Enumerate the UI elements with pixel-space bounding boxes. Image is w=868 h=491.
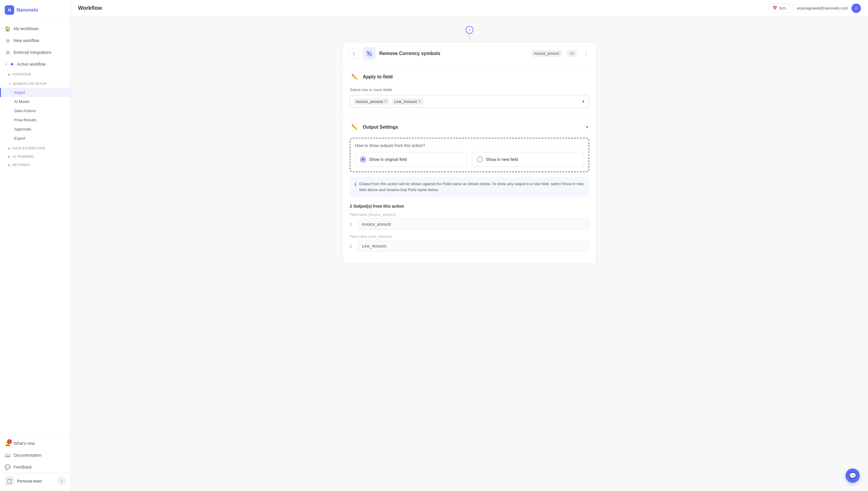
sidebar-item-whats-new[interactable]: 🔔 1 What's new: [0, 437, 71, 449]
field-2-label-main: Field name: [350, 235, 368, 239]
tag-line-label: Line_Amount: [394, 99, 417, 104]
chevron-right-icon: ▶: [8, 147, 11, 150]
sidebar-item-my-workflows[interactable]: 🏠 My workflows: [0, 23, 71, 35]
option-show-original[interactable]: Show in original field: [355, 152, 467, 167]
info-icon: ℹ: [354, 182, 356, 193]
radio-original: [360, 156, 366, 163]
connector-line: [469, 34, 470, 40]
sidebar-item-feedback[interactable]: 💬 Feedback: [0, 461, 71, 473]
user-email: aryanagrawal@nanonets.com: [797, 6, 848, 10]
main-content: Workflow 📅 Sch... aryanagrawal@nanonets.…: [71, 0, 868, 491]
step-tag-more: +1: [567, 50, 577, 57]
section-header-output: ✏️ Output Settings ▼: [350, 122, 589, 132]
final-results-label: Final Results: [14, 118, 36, 122]
topbar-right: 📅 Sch... aryanagrawal@nanonets.com A: [768, 4, 861, 13]
collapse-sidebar-button[interactable]: «: [58, 477, 66, 485]
option-new-label: Show in new field: [486, 157, 518, 162]
sidebar: N Nanonets 🏠 My workflows ⊕ New workflow…: [0, 0, 71, 491]
output-options: Show in original field Show in new field: [355, 152, 584, 167]
edit-icon-output: ✏️: [350, 122, 359, 132]
currency-remove-icon: $: [366, 50, 373, 57]
field-select-label: Select one or more fields: [350, 88, 589, 92]
sidebar-section-workflow-setup[interactable]: ▼ WORKFLOW SETUP: [0, 80, 71, 88]
book-icon: 📖: [5, 452, 11, 458]
sidebar-item-external-integrations[interactable]: ⊞ External integrations: [0, 47, 71, 58]
tag-invoice-amount: invoice_amount ✕: [353, 98, 390, 105]
remove-line-amount[interactable]: ✕: [418, 99, 421, 104]
sidebar-sub-item-export[interactable]: Export: [0, 134, 71, 143]
outputs-container: 2 Output(s) from this action Field name …: [350, 204, 589, 252]
ai-training-label: AI TRAINING: [12, 155, 34, 158]
sidebar-section-settings[interactable]: ▶ SETTINGS: [0, 161, 71, 169]
workflow-connector: +: [342, 24, 597, 42]
sidebar-sub-item-data-actions[interactable]: Data Actions: [0, 106, 71, 115]
svg-text:$: $: [368, 52, 370, 55]
dropdown-arrow-icon: ▼: [581, 99, 585, 104]
remove-invoice-amount[interactable]: ✕: [384, 99, 387, 104]
notification-badge: 1: [7, 439, 12, 444]
sidebar-item-label: Active workflow: [17, 62, 45, 66]
sidebar-section-overview[interactable]: ▶ OVERVIEW: [0, 70, 71, 78]
sidebar-section-data-extraction[interactable]: ▶ DATA EXTRACTION: [0, 144, 71, 152]
workflow-setup-label: WORKFLOW SETUP: [13, 82, 47, 85]
chevron-right-icon: ▶: [8, 163, 11, 167]
field-multi-select[interactable]: invoice_amount ✕ Line_Amount ✕ ▼: [350, 95, 589, 108]
feedback-label: Feedback: [13, 465, 32, 469]
chevron-left-icon: «: [61, 479, 63, 483]
apply-to-field-title: Apply to field: [363, 74, 589, 80]
sidebar-item-documentation[interactable]: 📖 Documentation: [0, 449, 71, 461]
sidebar-sub-item-approvals[interactable]: Approvals: [0, 124, 71, 134]
bell-icon: 🔔 1: [5, 440, 11, 446]
section-header-apply: ✏️ Apply to field: [350, 72, 589, 82]
field-1-input[interactable]: [358, 219, 589, 230]
workflow-card-header: 1 $ Remove Currency symbols invoice_amou…: [343, 42, 596, 65]
sidebar-item-label: External integrations: [13, 50, 52, 55]
app-name: Nanonets: [17, 7, 38, 13]
apply-to-field-section: ✏️ Apply to field Select one or more fie…: [343, 65, 596, 115]
chevron-down-icon: ▼: [8, 82, 11, 85]
personal-team-info: 📋 Personal team: [5, 476, 42, 486]
ai-model-label: AI Model: [14, 99, 29, 104]
avatar-initial: A: [855, 6, 857, 10]
documentation-label: Documentation: [13, 453, 41, 458]
sidebar-sub-item-ai-model[interactable]: AI Model: [0, 97, 71, 106]
chat-bubble-button[interactable]: 💬: [845, 468, 860, 483]
sidebar-item-label: My workflows: [13, 26, 38, 31]
schedule-button[interactable]: 📅 Sch...: [768, 4, 793, 12]
chevron-right-icon: ▶: [8, 155, 11, 158]
tag-line-amount: Line_Amount ✕: [392, 98, 423, 105]
field-2-label-sub: (Line_Amount): [368, 235, 392, 239]
more-options-button[interactable]: ⋮: [582, 49, 590, 58]
add-step-button[interactable]: +: [466, 26, 473, 34]
radio-inner-original: [362, 158, 365, 161]
schedule-label: Sch...: [779, 6, 789, 10]
field-1-number: 1: [350, 222, 354, 227]
user-avatar[interactable]: A: [851, 4, 861, 13]
content-area: + 1 $ Remove Currency symbols invoice_am…: [71, 17, 868, 491]
option-show-new[interactable]: Show in new field: [472, 152, 584, 167]
workflow-card: 1 $ Remove Currency symbols invoice_amou…: [342, 42, 597, 264]
sidebar-item-label: New workflow: [13, 38, 39, 43]
sidebar-sub-item-import[interactable]: Import: [0, 88, 71, 97]
sidebar-section-ai-training[interactable]: ▶ AI TRAINING: [0, 152, 71, 161]
personal-team-name: Personal team: [17, 479, 42, 483]
sidebar-sub-item-final-results[interactable]: Final Results: [0, 115, 71, 124]
export-label: Export: [14, 136, 25, 141]
active-workflow-icon: [9, 61, 16, 67]
sidebar-item-new-workflow[interactable]: ⊕ New workflow: [0, 35, 71, 47]
personal-team-section: 📋 Personal team «: [0, 473, 71, 489]
sidebar-bottom: 🔔 1 What's new 📖 Documentation 💬 Feedbac…: [0, 435, 71, 491]
approvals-label: Approvals: [14, 127, 31, 131]
field-1-row: 1: [350, 219, 589, 230]
sidebar-logo: N Nanonets: [0, 0, 71, 21]
grid-icon: ⊞: [5, 49, 11, 55]
step-title: Remove Currency symbols: [379, 51, 528, 56]
output-field-1: Field name (invoice_amount) 1: [350, 213, 589, 230]
field-2-number: 2: [350, 244, 354, 249]
section-collapse-chevron[interactable]: ▼: [585, 125, 589, 129]
sidebar-item-active-workflow[interactable]: ▼ Active workflow: [0, 58, 71, 70]
logo-icon: N: [5, 5, 14, 15]
chevron-right-icon: ▶: [8, 73, 11, 76]
home-icon: 🏠: [5, 26, 11, 32]
field-2-input[interactable]: [358, 240, 589, 252]
